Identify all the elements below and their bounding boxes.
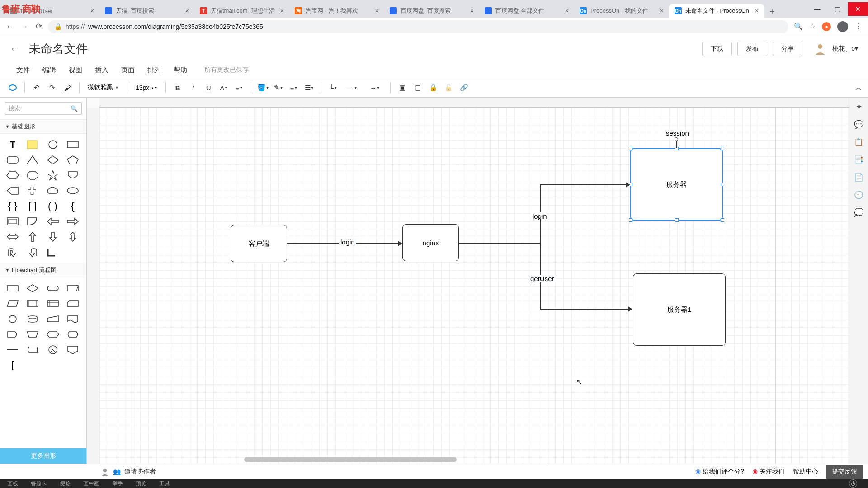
menu-arrange[interactable]: 排列 <box>147 66 161 75</box>
menu-file[interactable]: 文件 <box>16 66 30 75</box>
menu-help[interactable]: 帮助 <box>174 66 187 75</box>
shape-arrow-down[interactable] <box>45 230 61 243</box>
line-width-button[interactable]: ≡▼ <box>288 81 300 94</box>
font-color-button[interactable]: A▼ <box>217 81 230 94</box>
user-name[interactable]: 桃花、o▾ <box>832 45 858 53</box>
connector-type-button[interactable]: └▼ <box>327 81 340 94</box>
close-icon[interactable]: × <box>90 7 94 14</box>
extension-icon[interactable]: ● <box>822 22 831 31</box>
file-icon[interactable]: 📄 <box>854 173 863 182</box>
fc-bracket[interactable]: [ <box>5 359 21 371</box>
shape-brace-left[interactable]: { } <box>5 200 21 212</box>
shape-note[interactable] <box>24 138 41 151</box>
fc-card[interactable] <box>65 297 81 310</box>
back-button[interactable]: ← <box>5 21 15 32</box>
unlock-button[interactable]: 🔓 <box>442 81 455 94</box>
browser-tab[interactable]: 百度网盘-全部文件× <box>479 4 574 18</box>
font-family-select[interactable]: 微软雅黑▼ <box>85 84 122 92</box>
browser-tab-active[interactable]: On未命名文件 - ProcessOn× <box>669 4 764 18</box>
category-basic[interactable]: 基础图形 <box>0 119 86 134</box>
profile-avatar[interactable] <box>837 21 848 32</box>
edge-label-login2[interactable]: login <box>531 212 548 220</box>
history-icon[interactable]: 🕘 <box>854 190 863 200</box>
fc-stored-data[interactable] <box>24 343 41 356</box>
shape-arrow-up[interactable] <box>24 230 41 243</box>
shape-cloud[interactable] <box>45 184 61 197</box>
browser-tab[interactable]: 淘淘宝网 - 淘！我喜欢× <box>289 4 384 18</box>
shape-paren[interactable]: ( ) <box>45 200 61 212</box>
shape-star[interactable] <box>45 169 61 182</box>
subbar-item[interactable]: 举手 <box>112 480 123 488</box>
fc-offpage[interactable] <box>65 343 81 356</box>
fc-decision[interactable] <box>24 282 41 295</box>
edge-label-getuser[interactable]: getUser <box>529 275 556 282</box>
shape-brace-single[interactable]: { <box>65 200 81 212</box>
fc-manual-input[interactable] <box>45 313 61 325</box>
undo-button[interactable]: ↶ <box>30 81 43 94</box>
edge-label-login1[interactable]: login <box>339 238 356 246</box>
cursor-tool-icon[interactable] <box>6 81 19 94</box>
arrow-style-button[interactable]: →▼ <box>365 81 385 94</box>
send-back-button[interactable]: ▢ <box>411 81 424 94</box>
node-server1[interactable]: 服务器1 <box>633 273 726 346</box>
menu-icon[interactable]: ⋮ <box>854 22 862 31</box>
link-button[interactable]: 🔗 <box>458 81 470 94</box>
connector[interactable] <box>540 184 628 185</box>
shape-arrow-left[interactable] <box>45 215 61 228</box>
shape-uturn2[interactable] <box>24 246 41 258</box>
fc-delay[interactable] <box>5 328 21 341</box>
fc-database[interactable] <box>24 313 41 325</box>
shape-pentagon[interactable] <box>65 154 81 166</box>
connector-endpoint[interactable] <box>675 137 678 141</box>
browser-tab[interactable]: 百度网盘_百度搜索× <box>384 4 479 18</box>
shape-text[interactable]: T <box>5 138 21 151</box>
publish-button[interactable]: 发布 <box>737 42 767 56</box>
fc-subprocess[interactable] <box>24 297 41 310</box>
subbar-item[interactable]: 答题卡 <box>31 480 47 488</box>
shape-rect[interactable] <box>65 138 81 151</box>
menu-view[interactable]: 视图 <box>69 66 82 75</box>
fc-predefined[interactable] <box>65 282 81 295</box>
shape-plus[interactable] <box>24 184 41 197</box>
underline-button[interactable]: U <box>202 81 215 94</box>
line-style-button[interactable]: ☰▼ <box>303 81 316 94</box>
comment-icon[interactable]: 💬 <box>854 120 863 129</box>
url-input[interactable]: 🔒 https://www.processon.com/diagraming/5… <box>48 20 788 33</box>
fc-process[interactable] <box>5 282 21 295</box>
share-button[interactable]: 分享 <box>773 42 802 56</box>
shape-bracket[interactable]: [ ] <box>24 200 41 212</box>
minimize-button[interactable]: — <box>807 2 827 16</box>
fc-document[interactable] <box>65 313 81 325</box>
bring-front-button[interactable]: ▣ <box>396 81 409 94</box>
menu-edit[interactable]: 编辑 <box>42 66 56 75</box>
line-color-button[interactable]: ✎▼ <box>272 81 285 94</box>
fill-color-button[interactable]: 🪣▼ <box>257 81 269 94</box>
shape-trapezoid[interactable] <box>5 184 21 197</box>
back-arrow-icon[interactable]: ← <box>10 43 20 55</box>
fc-connector[interactable] <box>5 313 21 325</box>
node-nginx[interactable]: nginx <box>402 224 459 261</box>
shape-diamond[interactable] <box>45 154 61 166</box>
fc-merge[interactable] <box>5 343 21 356</box>
feedback-button[interactable]: 提交反馈 <box>826 465 863 479</box>
close-icon[interactable]: × <box>470 7 474 14</box>
document-title[interactable]: 未命名文件 <box>29 41 88 57</box>
zoom-icon[interactable]: 🔍 <box>794 22 803 31</box>
shape-ellipse[interactable] <box>65 184 81 197</box>
shape-corner[interactable] <box>45 246 61 258</box>
shape-arrow-lr[interactable] <box>5 230 21 243</box>
font-size-select[interactable]: 13px▲▼ <box>133 84 160 91</box>
new-tab-button[interactable]: + <box>766 5 778 18</box>
horizontal-scrollbar[interactable] <box>244 457 457 462</box>
help-center-link[interactable]: 帮助中心 <box>793 468 818 476</box>
canvas[interactable]: 客户端 nginx 服务器 服务器1 login login getUser <box>99 108 868 464</box>
subbar-item[interactable]: 画中画 <box>83 480 99 488</box>
format-painter-icon[interactable]: 🖌 <box>61 81 74 94</box>
node-client[interactable]: 客户端 <box>231 225 287 262</box>
browser-tab[interactable]: T天猫tmall.com--理想生活× <box>194 4 289 18</box>
fc-manual-op[interactable] <box>24 328 41 341</box>
page-icon[interactable]: 📋 <box>854 137 863 147</box>
close-icon[interactable]: × <box>185 7 189 14</box>
node-server-selected[interactable]: 服务器 <box>630 148 723 221</box>
shape-circle[interactable] <box>45 138 61 151</box>
